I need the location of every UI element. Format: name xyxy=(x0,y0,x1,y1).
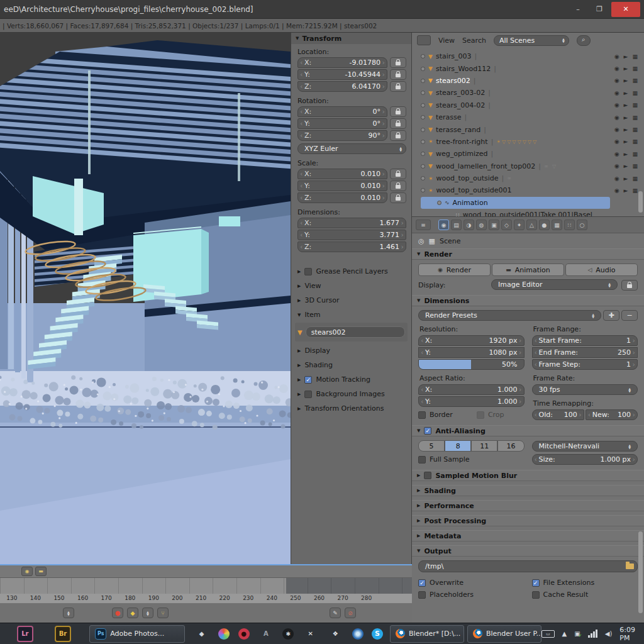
tab-scene-icon[interactable]: ◑ xyxy=(464,219,474,230)
blender-taskbar-button-2[interactable]: Blender User P... xyxy=(467,625,541,643)
aa-samples-11-button[interactable]: 11 xyxy=(471,440,497,452)
selectability-arrow-icon[interactable]: ► xyxy=(624,102,628,108)
panel-motion-tracking[interactable]: ▶✓Motion Tracking xyxy=(291,374,411,385)
renderability-camera-icon[interactable]: ▦ xyxy=(632,138,638,145)
visibility-eye-icon[interactable]: ◉ xyxy=(614,65,619,72)
renderability-camera-icon[interactable]: ▦ xyxy=(632,175,638,182)
metadata-panel[interactable]: ▶Metadata xyxy=(412,530,644,541)
show-hidden-icons-arrow[interactable]: ▲ xyxy=(562,630,567,637)
volume-icon[interactable]: ◀) xyxy=(605,630,613,637)
selectability-arrow-icon[interactable]: ► xyxy=(624,187,628,194)
aa-samples-8-button[interactable]: 8 xyxy=(445,440,471,452)
pin-icon[interactable]: ◎ xyxy=(418,237,425,245)
scale-x-field[interactable]: X:0.010 xyxy=(297,169,387,179)
tab-data-icon[interactable]: △ xyxy=(526,219,537,230)
background-images-checkbox[interactable] xyxy=(304,391,312,398)
tab-render-layers-icon[interactable]: ▤ xyxy=(451,219,462,230)
add-preset-button[interactable]: ✚ xyxy=(603,310,619,321)
border-checkbox[interactable] xyxy=(418,411,426,419)
tab-physics-icon[interactable]: ○ xyxy=(577,219,587,230)
delete-keyframe-icon[interactable]: ⊘ xyxy=(345,608,356,618)
lock-location-x-button[interactable] xyxy=(390,57,406,68)
panel-shading[interactable]: ▶Shading xyxy=(291,360,411,370)
outliner-item-action[interactable]: ∷wood_top_outside001|Take 001|Basel xyxy=(421,209,644,217)
bridge-icon[interactable]: Br xyxy=(55,626,71,642)
outliner-item[interactable]: ▼stairs_Wood112|◉►▦ xyxy=(421,62,644,74)
dimension-x-field[interactable]: X:1.677 xyxy=(297,218,406,228)
animation-button[interactable]: ▬Animation xyxy=(492,264,564,276)
selectability-arrow-icon[interactable]: ► xyxy=(624,151,628,157)
cache-result-checkbox[interactable] xyxy=(532,591,540,599)
panel-background-images[interactable]: ▶Background Images xyxy=(291,389,411,399)
minimize-button[interactable]: – xyxy=(569,3,587,16)
timeline-ruler[interactable] xyxy=(0,578,412,594)
red-app-icon[interactable]: ● xyxy=(238,628,250,640)
aa-samples-5-button[interactable]: 5 xyxy=(418,440,445,452)
outliner-item[interactable]: ▼terasse_rand|◉►▦ xyxy=(421,123,644,135)
sampled-motion-blur-panel[interactable]: ▶Sampled Motion Blur xyxy=(412,470,644,481)
outliner-editor-icon[interactable] xyxy=(417,35,431,45)
browser-app-icon[interactable] xyxy=(352,628,364,640)
resolution-y-field[interactable]: Y:1080 px xyxy=(418,347,525,358)
tab-texture-icon[interactable]: ▦ xyxy=(552,219,562,230)
end-frame-field[interactable]: End Frame:250 xyxy=(532,347,638,358)
selectability-arrow-icon[interactable]: ► xyxy=(624,138,628,145)
aspect-x-field[interactable]: X:1.000 xyxy=(418,384,525,395)
selectability-arrow-icon[interactable]: ► xyxy=(624,114,628,121)
motion-tracking-checkbox[interactable]: ✓ xyxy=(304,376,312,384)
panel-3d-cursor[interactable]: ▶3D Cursor xyxy=(291,295,411,306)
selectability-arrow-icon[interactable]: ► xyxy=(624,163,628,169)
search-icon[interactable]: ⌕ xyxy=(577,35,591,46)
overwrite-checkbox[interactable]: ✓ xyxy=(418,579,426,587)
frame-step-field[interactable]: Frame Step:1 xyxy=(532,359,638,370)
full-sample-checkbox[interactable] xyxy=(418,456,426,464)
anti-aliasing-checkbox[interactable]: ✓ xyxy=(424,427,431,435)
render-panel-header[interactable]: ▼Render xyxy=(412,248,644,260)
gray-a-app-icon[interactable]: A xyxy=(258,626,274,642)
keying-filter-icon[interactable]: ⑂ xyxy=(157,608,169,618)
selectability-arrow-icon[interactable]: ► xyxy=(624,53,628,60)
photoshop-taskbar-button[interactable]: Ps Adobe Photos... xyxy=(89,625,185,643)
tab-world-icon[interactable]: ◍ xyxy=(476,219,487,230)
record-button[interactable]: ● xyxy=(112,608,123,618)
close-button[interactable]: ✕ xyxy=(611,2,640,17)
aa-filter-dropdown[interactable]: Mitchell-Netravali▲▼ xyxy=(532,441,638,452)
renderability-camera-icon[interactable]: ▦ xyxy=(632,151,638,157)
visibility-eye-icon[interactable]: ◉ xyxy=(614,53,619,60)
visibility-eye-icon[interactable]: ◉ xyxy=(614,151,619,157)
properties-scrollbar[interactable] xyxy=(638,531,643,613)
selectability-arrow-icon[interactable]: ► xyxy=(624,126,628,133)
lock-rotation-x-button[interactable] xyxy=(390,106,406,117)
output-panel-header[interactable]: ▼Output xyxy=(412,545,644,557)
outliner-item[interactable]: ▼terasse|◉►▦ xyxy=(421,111,644,123)
resolution-x-field[interactable]: X:1920 px xyxy=(418,335,525,346)
white-cross-app-icon[interactable]: ✕ xyxy=(303,626,319,642)
dimensions-panel-header[interactable]: ▼Dimensions xyxy=(412,295,644,306)
outliner-scrollbar[interactable] xyxy=(638,191,643,213)
lightroom-icon[interactable]: Lr xyxy=(17,626,33,642)
timeline-menu-dropdown[interactable]: ▲▼ xyxy=(63,608,74,618)
lock-rotation-y-button[interactable] xyxy=(390,118,406,129)
remove-preset-button[interactable]: − xyxy=(621,310,638,321)
scale-y-field[interactable]: Y:0.010 xyxy=(297,180,387,191)
outliner-item[interactable]: ▼wood_lamellen_front_top002|∞ ▽◉►▦ xyxy=(421,160,644,172)
aa-size-field[interactable]: Size:1.000 px xyxy=(532,454,638,465)
outliner-item[interactable]: ✶wood_top_outside|∞◉►▦ xyxy=(421,172,644,184)
aspect-y-field[interactable]: Y:1.000 xyxy=(418,396,525,407)
post-processing-panel[interactable]: ▶Post Processing xyxy=(412,515,644,526)
rotation-y-field[interactable]: Y:0° xyxy=(297,118,387,129)
file-extensions-checkbox[interactable]: ✓ xyxy=(532,579,540,587)
selectability-arrow-icon[interactable]: ► xyxy=(624,77,628,84)
selectability-arrow-icon[interactable]: ► xyxy=(624,65,628,72)
skype-icon[interactable]: S xyxy=(372,628,383,640)
title-bar[interactable]: eeD\Architecture\Cherryhouse\progi_files… xyxy=(0,0,644,19)
color-wheel-app-icon[interactable] xyxy=(218,628,230,640)
insert-keyframe-icon[interactable]: ✎ xyxy=(330,608,341,618)
tab-constraints-icon[interactable]: ◇ xyxy=(501,219,512,230)
resolution-percentage-slider[interactable]: 50% xyxy=(418,359,525,370)
visibility-eye-icon[interactable]: ◉ xyxy=(614,175,619,182)
lock-location-z-button[interactable] xyxy=(390,81,406,92)
lock-scale-x-button[interactable] xyxy=(390,169,406,179)
outliner-item[interactable]: ✶wood_top_outside001◉►▦ xyxy=(421,184,644,196)
output-path-field[interactable]: /tmp\ xyxy=(418,560,638,572)
